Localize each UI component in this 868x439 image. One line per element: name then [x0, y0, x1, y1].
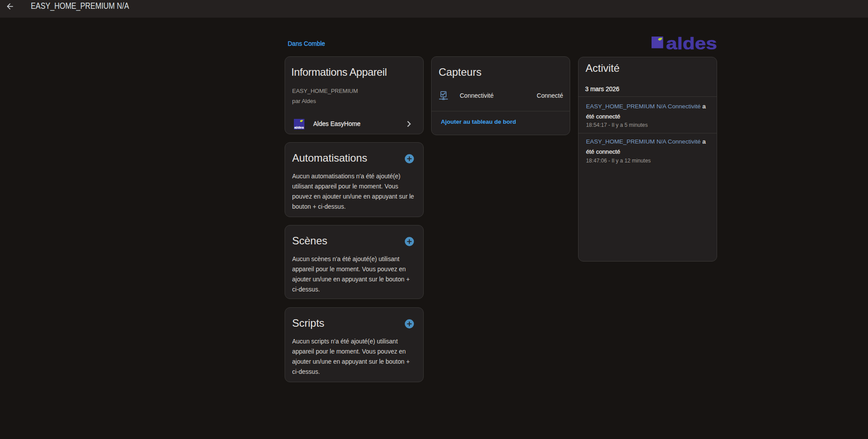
svg-text:aldes: aldes: [666, 37, 717, 50]
svg-text:aldes: aldes: [294, 125, 304, 129]
